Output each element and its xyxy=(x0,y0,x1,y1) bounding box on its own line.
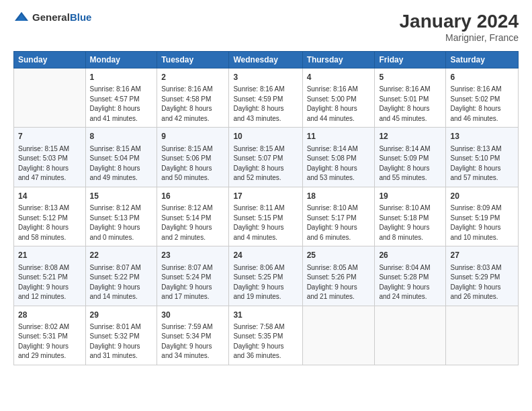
week-row-3: 14Sunrise: 8:13 AMSunset: 5:12 PMDayligh… xyxy=(14,187,519,246)
subtitle: Marignier, France xyxy=(400,32,519,43)
day-number: 28 xyxy=(18,310,81,321)
day-info-line: Daylight: 9 hours xyxy=(307,223,371,233)
calendar-cell xyxy=(375,306,446,365)
day-info-line: Daylight: 9 hours xyxy=(233,283,298,293)
day-number: 18 xyxy=(307,191,371,202)
logo-general: General xyxy=(32,11,70,23)
day-info-line: Sunrise: 8:08 AM xyxy=(18,263,81,273)
day-info-line: and 43 minutes. xyxy=(233,114,298,124)
day-info-line: Sunset: 5:14 PM xyxy=(161,214,224,224)
day-number: 16 xyxy=(161,191,224,202)
day-info-line: Daylight: 9 hours xyxy=(379,223,441,233)
day-info-line: Sunset: 4:57 PM xyxy=(90,95,153,105)
day-info-line: and 29 minutes. xyxy=(18,351,81,361)
week-row-4: 21Sunrise: 8:08 AMSunset: 5:21 PMDayligh… xyxy=(14,246,519,306)
column-header-saturday: Saturday xyxy=(446,52,519,68)
day-info-line: and 6 minutes. xyxy=(307,233,371,243)
day-info-line: and 12 minutes. xyxy=(18,292,81,302)
day-info-line: Daylight: 9 hours xyxy=(233,342,298,352)
day-info-line: Sunset: 5:08 PM xyxy=(307,154,371,164)
day-number: 15 xyxy=(90,191,153,202)
day-number: 26 xyxy=(379,250,441,261)
day-info-line: and 21 minutes. xyxy=(307,292,371,302)
calendar-cell: 5Sunrise: 8:16 AMSunset: 5:01 PMDaylight… xyxy=(375,68,446,128)
day-info-line: Sunset: 5:03 PM xyxy=(18,154,81,164)
week-row-2: 7Sunrise: 8:15 AMSunset: 5:03 PMDaylight… xyxy=(14,128,519,187)
calendar-cell: 4Sunrise: 8:16 AMSunset: 5:00 PMDaylight… xyxy=(302,68,375,128)
calendar-cell: 19Sunrise: 8:10 AMSunset: 5:18 PMDayligh… xyxy=(375,187,446,246)
day-info-line: Daylight: 9 hours xyxy=(307,283,371,293)
day-info-line: Daylight: 8 hours xyxy=(450,164,514,174)
calendar-cell: 23Sunrise: 8:07 AMSunset: 5:24 PMDayligh… xyxy=(157,246,229,306)
day-info-line: Sunrise: 8:04 AM xyxy=(379,263,441,273)
calendar-cell: 20Sunrise: 8:09 AMSunset: 5:19 PMDayligh… xyxy=(446,187,519,246)
day-info-line: Sunrise: 8:09 AM xyxy=(450,203,514,214)
column-header-friday: Friday xyxy=(375,52,446,68)
day-info-line: Sunrise: 7:59 AM xyxy=(161,322,224,332)
day-number: 22 xyxy=(90,250,153,261)
day-info-line: and 47 minutes. xyxy=(18,173,81,183)
day-info-line: Sunrise: 8:15 AM xyxy=(233,144,298,154)
day-info-line: and 57 minutes. xyxy=(450,173,514,183)
day-info-line: and 2 minutes. xyxy=(161,233,224,243)
calendar-cell: 31Sunrise: 7:58 AMSunset: 5:35 PMDayligh… xyxy=(229,306,302,365)
day-info-line: Sunrise: 8:13 AM xyxy=(18,203,81,214)
day-number: 20 xyxy=(450,191,514,202)
day-info-line: Sunset: 5:18 PM xyxy=(379,214,441,224)
day-info-line: Sunrise: 8:02 AM xyxy=(18,322,81,332)
day-info-line: Sunrise: 8:16 AM xyxy=(307,85,371,95)
day-info-line: Sunrise: 8:15 AM xyxy=(161,144,224,154)
calendar-cell: 1Sunrise: 8:16 AMSunset: 4:57 PMDaylight… xyxy=(85,68,157,128)
day-info-line: Daylight: 9 hours xyxy=(90,223,153,233)
day-info-line: Sunrise: 8:15 AM xyxy=(90,144,153,154)
day-info-line: Sunrise: 8:12 AM xyxy=(90,203,153,214)
day-info-line: Sunset: 5:17 PM xyxy=(307,214,371,224)
day-info-line: Sunset: 5:35 PM xyxy=(233,332,298,342)
main-title: January 2024 xyxy=(400,11,519,32)
calendar-cell: 2Sunrise: 8:16 AMSunset: 4:58 PMDaylight… xyxy=(157,68,229,128)
day-number: 31 xyxy=(233,310,298,321)
calendar-cell: 12Sunrise: 8:14 AMSunset: 5:09 PMDayligh… xyxy=(375,128,446,187)
day-info-line: Daylight: 8 hours xyxy=(450,104,514,114)
day-info-line: Daylight: 9 hours xyxy=(450,223,514,233)
day-number: 6 xyxy=(450,72,514,83)
calendar-cell: 30Sunrise: 7:59 AMSunset: 5:34 PMDayligh… xyxy=(157,306,229,365)
column-header-sunday: Sunday xyxy=(14,52,86,68)
day-info-line: Daylight: 9 hours xyxy=(90,283,153,293)
day-info-line: Daylight: 9 hours xyxy=(450,283,514,293)
logo: GeneralBlue xyxy=(13,11,91,24)
day-info-line: Sunrise: 8:16 AM xyxy=(450,85,514,95)
calendar-cell: 9Sunrise: 8:15 AMSunset: 5:06 PMDaylight… xyxy=(157,128,229,187)
column-header-tuesday: Tuesday xyxy=(157,52,229,68)
day-info-line: Sunset: 5:13 PM xyxy=(90,214,153,224)
day-info-line: Sunrise: 8:16 AM xyxy=(90,85,153,95)
calendar-cell: 14Sunrise: 8:13 AMSunset: 5:12 PMDayligh… xyxy=(14,187,86,246)
day-info-line: and 8 minutes. xyxy=(379,233,441,243)
day-info-line: and 42 minutes. xyxy=(161,114,224,124)
day-info-line: Daylight: 8 hours xyxy=(233,164,298,174)
logo-blue: Blue xyxy=(70,11,92,23)
day-number: 27 xyxy=(450,250,514,261)
calendar-cell: 29Sunrise: 8:01 AMSunset: 5:32 PMDayligh… xyxy=(85,306,157,365)
day-info-line: Daylight: 9 hours xyxy=(379,283,441,293)
day-info-line: Sunset: 5:26 PM xyxy=(307,273,371,283)
day-number: 14 xyxy=(18,191,81,202)
day-info-line: Daylight: 9 hours xyxy=(233,223,298,233)
day-info-line: Sunset: 5:25 PM xyxy=(233,273,298,283)
calendar-cell: 3Sunrise: 8:16 AMSunset: 4:59 PMDaylight… xyxy=(229,68,302,128)
calendar-cell: 16Sunrise: 8:12 AMSunset: 5:14 PMDayligh… xyxy=(157,187,229,246)
day-info-line: Sunrise: 8:12 AM xyxy=(161,203,224,214)
day-number: 17 xyxy=(233,191,298,202)
calendar-cell: 26Sunrise: 8:04 AMSunset: 5:28 PMDayligh… xyxy=(375,246,446,306)
day-info-line: and 41 minutes. xyxy=(90,114,153,124)
header: GeneralBlue January 2024 Marignier, Fran… xyxy=(13,11,519,43)
day-number: 8 xyxy=(90,131,153,142)
day-info-line: Sunrise: 8:11 AM xyxy=(233,203,298,214)
day-info-line: Daylight: 9 hours xyxy=(161,283,224,293)
calendar-cell xyxy=(14,68,86,128)
day-number: 23 xyxy=(161,250,224,261)
day-info-line: Daylight: 8 hours xyxy=(379,104,441,114)
day-number: 9 xyxy=(161,131,224,142)
day-info-line: and 14 minutes. xyxy=(90,292,153,302)
calendar-cell: 11Sunrise: 8:14 AMSunset: 5:08 PMDayligh… xyxy=(302,128,375,187)
